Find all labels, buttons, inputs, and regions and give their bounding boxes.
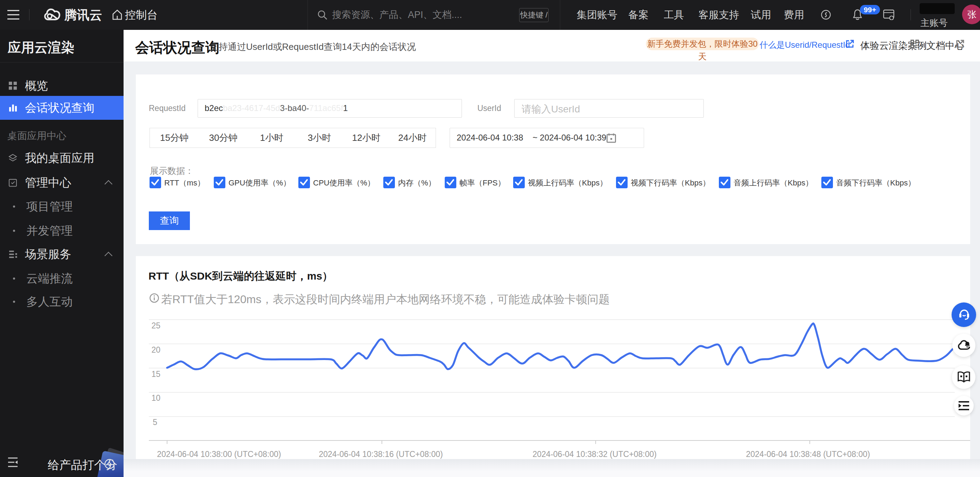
svg-text:25: 25 (151, 321, 161, 330)
svg-text:15: 15 (151, 370, 161, 379)
svg-text:2024-06-04 10:38:32 (UTC+08:00: 2024-06-04 10:38:32 (UTC+08:00) (533, 450, 657, 459)
svg-text:5: 5 (153, 418, 157, 427)
svg-text:10: 10 (151, 393, 161, 402)
svg-text:2024-06-04 10:38:16 (UTC+08:00: 2024-06-04 10:38:16 (UTC+08:00) (319, 450, 443, 459)
svg-text:20: 20 (151, 345, 161, 354)
svg-text:2024-06-04 10:38:00 (UTC+08:00: 2024-06-04 10:38:00 (UTC+08:00) (157, 450, 281, 459)
svg-text:2024-06-04 10:38:48 (UTC+08:00: 2024-06-04 10:38:48 (UTC+08:00) (746, 450, 870, 459)
